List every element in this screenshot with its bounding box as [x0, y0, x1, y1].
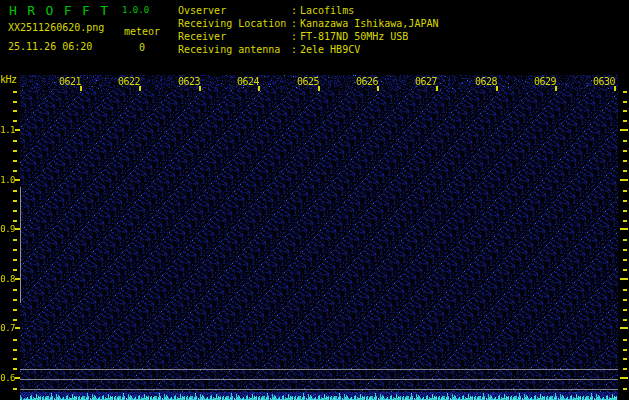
left-margin-vertical-line — [20, 187, 21, 303]
freq-major-tick-right — [620, 377, 628, 379]
freq-minor-tick-right — [623, 200, 627, 202]
freq-major-tick — [15, 278, 20, 280]
freq-minor-tick-right — [623, 269, 627, 271]
mode-label: meteor — [124, 26, 160, 37]
freq-minor-tick — [13, 259, 17, 261]
info-row: Receiving Location:Kanazawa Ishikawa,JAP… — [178, 17, 438, 30]
freq-minor-tick-right — [623, 140, 627, 142]
freq-minor-tick-right — [623, 339, 627, 341]
time-tick-label: 0621 — [56, 76, 81, 87]
info-row: Ovserver:Lacofilms — [178, 4, 438, 17]
time-tick-label: 0624 — [234, 76, 259, 87]
info-row: Receiver:FT-817ND 50MHz USB — [178, 30, 438, 43]
freq-minor-tick — [13, 101, 17, 103]
freq-minor-tick — [13, 339, 17, 341]
reference-line — [20, 379, 618, 380]
info-value: Kanazawa Ishikawa,JAPAN — [300, 17, 438, 30]
minute-tick — [80, 86, 82, 91]
info-separator: : — [288, 4, 300, 17]
info-label: Ovserver — [178, 4, 288, 17]
freq-minor-tick — [13, 269, 17, 271]
time-tick-label: 0626 — [353, 76, 378, 87]
meteor-count: 0 — [139, 42, 145, 53]
time-tick-label: 0622 — [115, 76, 140, 87]
freq-minor-tick — [13, 200, 17, 202]
freq-minor-tick — [13, 289, 17, 291]
info-row: Receiving antenna:2ele HB9CV — [178, 43, 438, 56]
freq-minor-tick — [13, 210, 17, 212]
minute-tick — [258, 86, 260, 91]
reference-line — [20, 389, 618, 390]
info-value: FT-817ND 50MHz USB — [300, 30, 408, 43]
minute-tick — [496, 86, 498, 91]
freq-major-tick-right — [620, 179, 628, 181]
freq-minor-tick — [13, 358, 17, 360]
datetime-label: 25.11.26 06:20 — [8, 41, 92, 52]
minute-tick — [377, 86, 379, 91]
freq-major-tick-right — [620, 278, 628, 280]
freq-minor-tick-right — [623, 388, 627, 390]
freq-minor-tick-right — [623, 120, 627, 122]
freq-minor-tick-right — [623, 358, 627, 360]
freq-minor-tick — [13, 220, 17, 222]
freq-major-tick — [15, 179, 20, 181]
minute-tick — [555, 86, 557, 91]
freq-tick-label: 0.7 — [0, 323, 15, 333]
freq-major-tick — [15, 129, 20, 131]
spectrogram-canvas — [20, 75, 618, 400]
info-label: Receiving Location — [178, 17, 288, 30]
time-tick-label: 0628 — [472, 76, 497, 87]
freq-minor-tick-right — [623, 170, 627, 172]
freq-minor-tick — [13, 190, 17, 192]
freq-minor-tick — [13, 91, 17, 93]
info-separator: : — [288, 30, 300, 43]
freq-minor-tick-right — [623, 289, 627, 291]
freq-minor-tick — [13, 309, 17, 311]
freq-minor-tick — [13, 239, 17, 241]
time-tick-label: 0623 — [175, 76, 200, 87]
freq-minor-tick-right — [623, 101, 627, 103]
freq-minor-tick — [13, 160, 17, 162]
minute-tick — [139, 86, 141, 91]
freq-minor-tick-right — [623, 150, 627, 152]
freq-minor-tick — [13, 170, 17, 172]
hrofft-window: H R O F F T 1.0.0 XX2511260620.png meteo… — [0, 0, 629, 400]
freq-minor-tick — [13, 120, 17, 122]
info-label: Receiving antenna — [178, 43, 288, 56]
freq-minor-tick — [13, 388, 17, 390]
freq-tick-label: 0.8 — [0, 274, 15, 284]
app-title: H R O F F T — [9, 3, 109, 18]
freq-minor-tick-right — [623, 220, 627, 222]
freq-minor-tick-right — [623, 368, 627, 370]
freq-minor-tick-right — [623, 190, 627, 192]
freq-minor-tick-right — [623, 249, 627, 251]
freq-major-tick-right — [620, 327, 628, 329]
freq-major-tick-right — [620, 129, 628, 131]
freq-minor-tick — [13, 319, 17, 321]
minute-tick — [614, 86, 616, 91]
freq-minor-tick — [13, 249, 17, 251]
freq-minor-tick-right — [623, 210, 627, 212]
freq-minor-tick-right — [623, 309, 627, 311]
freq-minor-tick — [13, 349, 17, 351]
info-value: 2ele HB9CV — [300, 43, 360, 56]
info-separator: : — [288, 17, 300, 30]
freq-minor-tick — [13, 140, 17, 142]
freq-major-tick — [15, 228, 20, 230]
info-value: Lacofilms — [300, 4, 354, 17]
time-tick-label: 0630 — [590, 76, 615, 87]
freq-minor-tick-right — [623, 91, 627, 93]
freq-minor-tick-right — [623, 110, 627, 112]
freq-major-tick-right — [620, 228, 628, 230]
freq-minor-tick-right — [623, 349, 627, 351]
minute-tick — [318, 86, 320, 91]
freq-tick-label: 1.0 — [0, 175, 15, 185]
filename-label: XX2511260620.png — [8, 22, 104, 33]
time-tick-label: 0625 — [294, 76, 319, 87]
freq-minor-tick — [13, 299, 17, 301]
freq-minor-tick-right — [623, 259, 627, 261]
minute-tick — [199, 86, 201, 91]
freq-minor-tick-right — [623, 319, 627, 321]
station-info-block: Ovserver:LacofilmsReceiving Location:Kan… — [178, 4, 438, 56]
time-tick-label: 0627 — [412, 76, 437, 87]
